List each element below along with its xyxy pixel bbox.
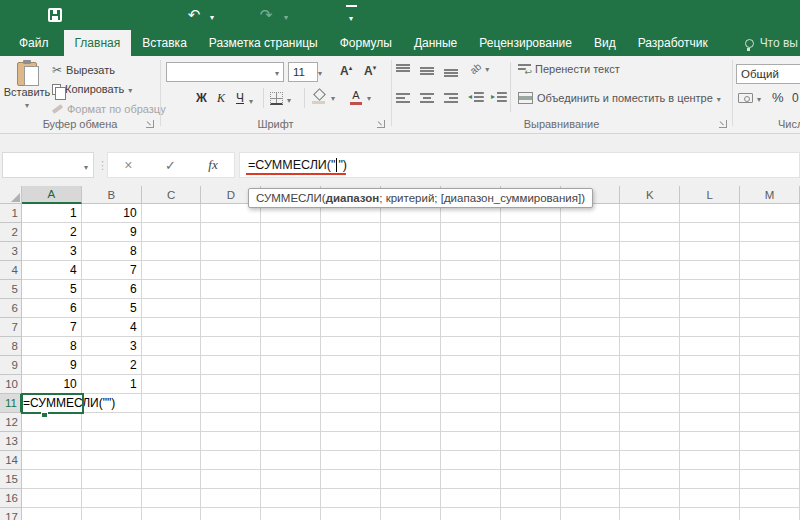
cell-C10[interactable] [142, 375, 202, 394]
cell-I11[interactable] [501, 394, 561, 413]
cell-E3[interactable] [261, 242, 321, 261]
cell-L1[interactable] [680, 204, 740, 223]
borders-button[interactable] [270, 92, 291, 105]
cell-C7[interactable] [142, 318, 202, 337]
column-header-M[interactable]: M [740, 186, 800, 204]
cell-A8[interactable]: 8 [22, 337, 82, 356]
cell-I13[interactable] [501, 432, 561, 451]
row-header-7[interactable]: 7 [0, 318, 22, 337]
cell-L14[interactable] [680, 451, 740, 470]
cell-I14[interactable] [501, 451, 561, 470]
cell-F13[interactable] [321, 432, 381, 451]
cell-I3[interactable] [501, 242, 561, 261]
cell-M8[interactable] [740, 337, 800, 356]
cell-F2[interactable] [321, 223, 381, 242]
cell-D7[interactable] [201, 318, 261, 337]
cell-C16[interactable] [142, 489, 202, 508]
cell-B17[interactable] [82, 508, 142, 520]
font-name-combo[interactable] [166, 62, 284, 82]
cell-A10[interactable]: 10 [22, 375, 82, 394]
redo-dropdown[interactable] [280, 0, 292, 30]
cell-M6[interactable] [740, 299, 800, 318]
cell-C17[interactable] [142, 508, 202, 520]
row-header-15[interactable]: 15 [0, 470, 22, 489]
cell-J6[interactable] [561, 299, 621, 318]
cell-C2[interactable] [142, 223, 202, 242]
cell-M13[interactable] [740, 432, 800, 451]
cell-B7[interactable]: 4 [82, 318, 142, 337]
cell-L16[interactable] [680, 489, 740, 508]
cell-L8[interactable] [680, 337, 740, 356]
cell-D15[interactable] [201, 470, 261, 489]
cell-L5[interactable] [680, 280, 740, 299]
cell-F5[interactable] [321, 280, 381, 299]
cell-C14[interactable] [142, 451, 202, 470]
cell-M16[interactable] [740, 489, 800, 508]
cell-E17[interactable] [261, 508, 321, 520]
cell-G11[interactable] [381, 394, 441, 413]
cell-L4[interactable] [680, 261, 740, 280]
cell-F6[interactable] [321, 299, 381, 318]
cell-H13[interactable] [441, 432, 501, 451]
cell-K9[interactable] [620, 356, 680, 375]
cell-K7[interactable] [620, 318, 680, 337]
cell-B15[interactable] [82, 470, 142, 489]
cell-B6[interactable]: 5 [82, 299, 142, 318]
cell-K6[interactable] [620, 299, 680, 318]
cell-H16[interactable] [441, 489, 501, 508]
cell-L9[interactable] [680, 356, 740, 375]
cell-H2[interactable] [441, 223, 501, 242]
number-format-combo[interactable]: Общий [736, 64, 800, 84]
cell-I5[interactable] [501, 280, 561, 299]
confirm-entry-button[interactable] [165, 158, 176, 173]
cell-H3[interactable] [441, 242, 501, 261]
align-bottom-button[interactable] [444, 64, 458, 77]
cell-M5[interactable] [740, 280, 800, 299]
cell-F8[interactable] [321, 337, 381, 356]
cell-K4[interactable] [620, 261, 680, 280]
column-header-A[interactable]: A [22, 186, 82, 204]
cell-D14[interactable] [201, 451, 261, 470]
cell-E11[interactable] [261, 394, 321, 413]
bold-button[interactable]: Ж [196, 91, 207, 105]
tab-2[interactable]: Вставка [131, 30, 198, 56]
align-left-button[interactable] [396, 92, 410, 105]
cell-D4[interactable] [201, 261, 261, 280]
cell-A1[interactable]: 1 [22, 204, 82, 223]
cell-G9[interactable] [381, 356, 441, 375]
cell-G2[interactable] [381, 223, 441, 242]
font-color-button[interactable] [349, 89, 371, 105]
cell-M14[interactable] [740, 451, 800, 470]
cell-D17[interactable] [201, 508, 261, 520]
cell-L11[interactable] [680, 394, 740, 413]
cell-F16[interactable] [321, 489, 381, 508]
cell-F10[interactable] [321, 375, 381, 394]
cell-H6[interactable] [441, 299, 501, 318]
cell-K5[interactable] [620, 280, 680, 299]
cell-M2[interactable] [740, 223, 800, 242]
cell-E10[interactable] [261, 375, 321, 394]
cell-L17[interactable] [680, 508, 740, 520]
cell-A9[interactable]: 9 [22, 356, 82, 375]
cell-C6[interactable] [142, 299, 202, 318]
cell-E7[interactable] [261, 318, 321, 337]
cell-J17[interactable] [561, 508, 621, 520]
cell-B3[interactable]: 8 [82, 242, 142, 261]
cell-B5[interactable]: 6 [82, 280, 142, 299]
cell-B13[interactable] [82, 432, 142, 451]
tab-1[interactable]: Главная [64, 30, 132, 56]
comma-style-button[interactable]: 0 [792, 91, 799, 105]
cell-M9[interactable] [740, 356, 800, 375]
cell-J5[interactable] [561, 280, 621, 299]
cell-E2[interactable] [261, 223, 321, 242]
cell-I16[interactable] [501, 489, 561, 508]
cell-J13[interactable] [561, 432, 621, 451]
cell-K1[interactable] [620, 204, 680, 223]
cell-A6[interactable]: 6 [22, 299, 82, 318]
cell-J9[interactable] [561, 356, 621, 375]
cell-E14[interactable] [261, 451, 321, 470]
cell-K17[interactable] [620, 508, 680, 520]
cell-J4[interactable] [561, 261, 621, 280]
cell-J11[interactable] [561, 394, 621, 413]
cell-C8[interactable] [142, 337, 202, 356]
